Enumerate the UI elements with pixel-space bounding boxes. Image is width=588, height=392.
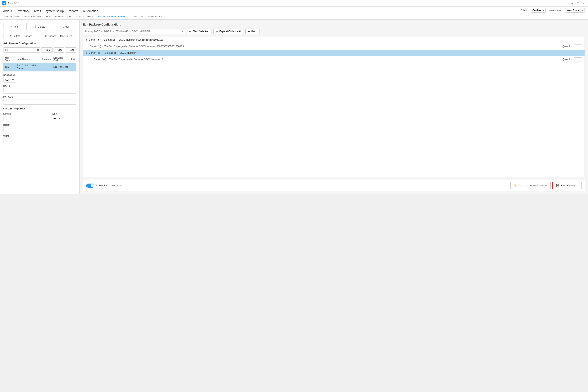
- col-header-location-code: Location Code: [52, 55, 70, 63]
- nav-item-system-setup[interactable]: system setup: [46, 9, 64, 14]
- back-button[interactable]: ↩ Back: [246, 28, 260, 34]
- client-select[interactable]: Cerritus: [531, 8, 546, 13]
- tree-toggle-ea-1[interactable]: ▼: [86, 52, 88, 54]
- sub-nav-routing-selection[interactable]: ROUTING SELECTION: [46, 14, 71, 20]
- tree-row-carton-ic-1[interactable]: ▼ Carton (ic) — 1 detail(s) — SSCC Numbe…: [83, 37, 584, 43]
- warehouse-label: Warehouse:: [549, 9, 562, 12]
- length-label: Length: [3, 112, 50, 115]
- tree-qty-input-ea-1[interactable]: [574, 57, 582, 62]
- minimize-button[interactable]: –: [570, 1, 574, 5]
- search-actions-row: ✕ ⊠ Clear Selection ⊞ Expand/Collapse Al…: [83, 28, 585, 34]
- app-icon-letter: A: [3, 2, 5, 4]
- cell-quantity: 2: [41, 63, 52, 71]
- tree-qty-label-ic-1: Quantity:: [562, 45, 572, 48]
- pallet-button[interactable]: + Pallet: [3, 23, 26, 30]
- type-label: Type: [52, 112, 76, 115]
- nav-items: orders inventory retail system setup rep…: [3, 9, 98, 14]
- save-icon: 💾: [556, 184, 559, 187]
- height-input[interactable]: [3, 127, 76, 132]
- sub-nav-route-order[interactable]: ROUTE ORDER: [76, 14, 94, 20]
- nav-item-automation[interactable]: automation: [83, 9, 98, 14]
- ltl-input[interactable]: [3, 99, 76, 104]
- width-input[interactable]: [3, 138, 76, 143]
- title-bar-controls: – □ ×: [570, 1, 586, 5]
- cell-lot: [70, 63, 76, 71]
- ltl-field-group: LTL Pro #: [3, 96, 76, 104]
- back-icon: ↩: [248, 30, 250, 33]
- title-bar: A Arca LOC – □ ×: [0, 0, 588, 6]
- filter-clear-button[interactable]: ✕: [37, 48, 39, 52]
- close-button[interactable]: ×: [582, 1, 586, 5]
- search-input[interactable]: [83, 28, 185, 34]
- nav-item-orders[interactable]: orders: [3, 9, 12, 14]
- col-header-item-code: Item Code: [4, 55, 16, 63]
- tree-qty-input-ic-1[interactable]: [574, 44, 582, 48]
- length-field-group: Length: [3, 112, 50, 121]
- tree-row-carton-ic-1-child[interactable]: Carton (ic): 105 - Sun Chips garden Sals…: [83, 43, 584, 50]
- sub-nav-labeling[interactable]: LABELING: [131, 14, 143, 20]
- clear-button[interactable]: ✕ Clear: [53, 23, 76, 30]
- cartons-to-pallet-button[interactable]: ⟳ Cartons → One Pallet: [41, 33, 76, 40]
- tree-toggle-ic-1[interactable]: ▼: [86, 39, 88, 41]
- bol-input[interactable]: [3, 88, 76, 94]
- sscc-toggle-label: Show SSCC Numbers: [96, 184, 122, 187]
- add-item-section-label: Add Item to Configuration:: [3, 42, 76, 45]
- add-mc-button[interactable]: + (mc): [41, 47, 53, 53]
- warehouse-select[interactable]: West Jordan: [565, 8, 585, 13]
- tree-label-ic-1-child: Carton (ic): 105 - Sun Chips garden Sals…: [90, 45, 562, 48]
- cell-item-name: Sun Chips garden Salsa: [16, 63, 41, 71]
- height-label: Height: [3, 124, 76, 126]
- sub-nav-retail-wave-planning[interactable]: RETAIL WAVE PLANNING: [98, 14, 127, 20]
- table-row[interactable]: 105 Sun Chips garden Salsa 2 DR01.02.B01: [4, 63, 76, 71]
- type-field-group: Type ea mc ic: [52, 112, 76, 121]
- convert-row: ⟳ Pallets → Cartons ⟳ Cartons → One Pall…: [3, 33, 76, 40]
- title-bar-left: A Arca LOC: [2, 1, 20, 5]
- save-changes-button[interactable]: 💾 Save Changes: [552, 182, 582, 189]
- search-clear-button[interactable]: ✕: [181, 30, 184, 33]
- tree-label-ea-1-child: Carton (ea): 105 - Sun Chips garden Sals…: [94, 58, 562, 61]
- sub-nav-assignment[interactable]: ASSIGNMENT: [3, 14, 20, 20]
- sub-nav-open-orders[interactable]: OPEN ORDERS: [24, 14, 42, 20]
- filter-input[interactable]: [3, 47, 40, 53]
- scac-select[interactable]: ABF: [3, 77, 15, 82]
- carton-props-label: Carton Properties:: [3, 107, 76, 110]
- carton-props-grid: Length Type ea mc ic: [3, 112, 76, 121]
- add-ic-button[interactable]: + (ic): [54, 47, 64, 53]
- clear-selection-button[interactable]: ⊠ Clear Selection: [186, 28, 212, 34]
- height-field-group: Height: [3, 124, 76, 132]
- maximize-button[interactable]: □: [576, 1, 580, 5]
- left-panel: + Pallet 🗑 Delete ✕ Clear ⟳ Pallets → Ca…: [0, 20, 80, 194]
- tree-row-carton-ea-1[interactable]: ▼ Carton (ea) — 1 detail(s) — SSCC Numbe…: [83, 50, 584, 56]
- delete-button[interactable]: 🗑 Delete: [28, 23, 52, 30]
- main-content: + Pallet 🗑 Delete ✕ Clear ⟳ Pallets → Ca…: [0, 20, 588, 194]
- type-select[interactable]: ea mc ic: [52, 116, 62, 121]
- ltl-label: LTL Pro #: [3, 96, 76, 98]
- table-header-row: Item Code Item Name ▲ Quantity Location …: [4, 55, 76, 63]
- col-header-quantity: Quantity: [41, 55, 52, 63]
- tree-row-carton-ea-1-child[interactable]: Carton (ea): 105 - Sun Chips garden Sals…: [83, 56, 584, 63]
- nav-item-retail[interactable]: retail: [34, 9, 41, 14]
- length-input[interactable]: [3, 116, 50, 121]
- scac-field-group: SCAC Code ABF: [3, 74, 76, 82]
- nav-item-inventory[interactable]: inventory: [17, 9, 30, 14]
- add-ea-button[interactable]: + (ea): [65, 47, 76, 53]
- tree-label-ea-1: Carton (ea) — 1 detail(s) — SSCC Number:…: [89, 52, 582, 54]
- bottom-bar: Show SSCC Numbers ✨ Clear and Auto-Gener…: [83, 180, 585, 191]
- width-field-group: Width: [3, 134, 76, 143]
- bottom-actions: ✨ Clear and Auto-Generate 💾 Save Changes: [510, 182, 582, 189]
- wand-icon: ✨: [514, 184, 517, 187]
- scac-select-wrap: ABF: [3, 77, 76, 82]
- col-header-item-name: Item Name ▲: [16, 55, 41, 63]
- cell-item-code: 105: [4, 63, 16, 71]
- pallets-to-cartons-button[interactable]: ⟳ Pallets → Cartons: [3, 33, 39, 40]
- expand-collapse-button[interactable]: ⊞ Expand/Collapse All: [213, 28, 244, 34]
- clear-auto-generate-button[interactable]: ✨ Clear and Auto-Generate: [510, 182, 551, 189]
- toolbar-row: + Pallet 🗑 Delete ✕ Clear: [3, 23, 76, 30]
- right-title: Edit Package Configuration:: [83, 23, 121, 26]
- filter-row: ✕ + (mc) + (ic) + (ea): [3, 47, 76, 53]
- sscc-toggle[interactable]: [86, 184, 94, 188]
- tree-label-ic-1: Carton (ic) — 1 detail(s) — SSCC Number:…: [89, 38, 582, 41]
- nav-item-reports[interactable]: reports: [68, 9, 78, 14]
- sub-nav: ASSIGNMENT OPEN ORDERS ROUTING SELECTION…: [0, 14, 588, 20]
- sub-nav-end-of-day[interactable]: END OF DAY: [148, 14, 162, 20]
